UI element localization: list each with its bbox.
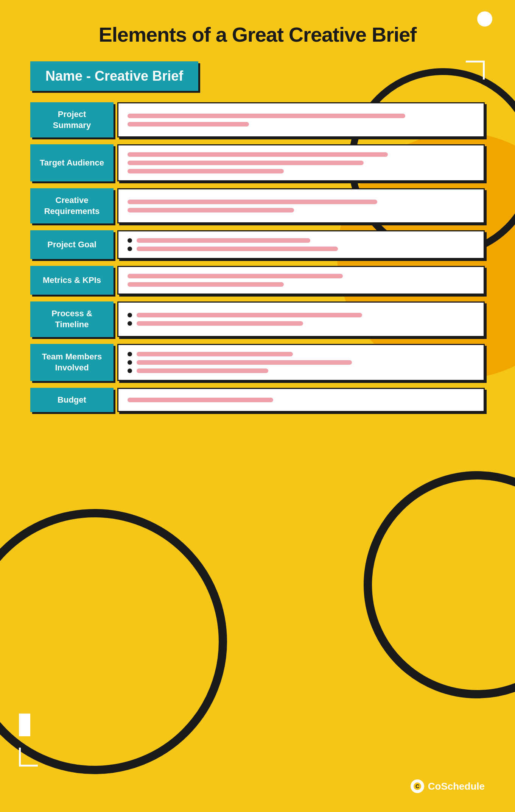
pink-line [128, 114, 405, 118]
bullet-item [128, 238, 475, 243]
bullet-dot [128, 313, 132, 317]
name-brief-banner: Name - Creative Brief [30, 61, 198, 91]
bullet-dot [128, 360, 132, 365]
bullet-line [137, 352, 293, 356]
bullet-item [128, 247, 475, 251]
row-project-goal: Project Goal [30, 230, 485, 259]
pink-line [128, 282, 284, 287]
bullet-line [137, 369, 268, 373]
pink-line [128, 274, 343, 278]
pink-line [128, 161, 364, 165]
pink-line [128, 169, 284, 173]
bullet-item [128, 360, 475, 365]
label-creative-requirements: Creative Requirements [30, 188, 114, 223]
page-wrapper: Elements of a Great Creative Brief Name … [0, 0, 515, 812]
label-process-timeline: Process & Timeline [30, 301, 114, 337]
label-budget: Budget [30, 388, 114, 412]
logo-text: CoSchedule [428, 781, 485, 792]
pink-line [128, 200, 377, 204]
row-budget: Budget [30, 388, 485, 412]
bullet-line [137, 360, 352, 365]
pink-line [128, 208, 294, 212]
label-project-goal: Project Goal [30, 230, 114, 259]
logo-icon: C [411, 779, 424, 793]
content-project-goal [117, 230, 485, 259]
row-process-timeline: Process & Timeline [30, 301, 485, 337]
label-metrics-kpis: Metrics & KPIs [30, 266, 114, 295]
bullet-line [137, 247, 338, 251]
row-target-audience: Target Audience [30, 144, 485, 181]
row-team-members: Team Members Involved [30, 344, 485, 381]
row-creative-requirements: Creative Requirements [30, 188, 485, 223]
deco-rect-bl [19, 714, 30, 736]
label-team-members: Team Members Involved [30, 344, 114, 381]
svg-text:C: C [415, 783, 419, 789]
content-budget [117, 388, 485, 412]
label-project-summary: Project Summary [30, 102, 114, 137]
content-metrics-kpis [117, 266, 485, 295]
bullet-item [128, 313, 475, 317]
bullet-item [128, 352, 475, 356]
bullet-item [128, 321, 475, 326]
content-process-timeline [117, 301, 485, 337]
deco-curve-right [364, 471, 515, 698]
content-target-audience [117, 144, 485, 181]
deco-bracket-bl [19, 748, 38, 767]
row-metrics-kpis: Metrics & KPIs [30, 266, 485, 295]
bullet-item [128, 369, 475, 373]
bullet-line [137, 313, 362, 317]
coschedule-logo: C CoSchedule [411, 779, 485, 793]
bullet-line [137, 238, 310, 243]
page-title: Elements of a Great Creative Brief [0, 0, 515, 61]
bullet-line [137, 321, 303, 326]
rows-container: Project SummaryTarget AudienceCreative R… [30, 102, 485, 412]
content-team-members [117, 344, 485, 381]
name-brief-label: Name - Creative Brief [45, 68, 183, 84]
pink-line [128, 122, 249, 126]
pink-line [128, 398, 273, 402]
bullet-dot [128, 238, 132, 243]
bullet-dot [128, 321, 132, 326]
bullet-dot [128, 352, 132, 356]
bullet-dot [128, 247, 132, 251]
bullet-dot [128, 369, 132, 373]
pink-line [128, 152, 388, 157]
row-project-summary: Project Summary [30, 102, 485, 137]
deco-curve-bottom [0, 509, 227, 774]
content-project-summary [117, 102, 485, 137]
content-creative-requirements [117, 188, 485, 223]
content-area: Name - Creative Brief Project SummaryTar… [0, 61, 515, 412]
label-target-audience: Target Audience [30, 144, 114, 181]
